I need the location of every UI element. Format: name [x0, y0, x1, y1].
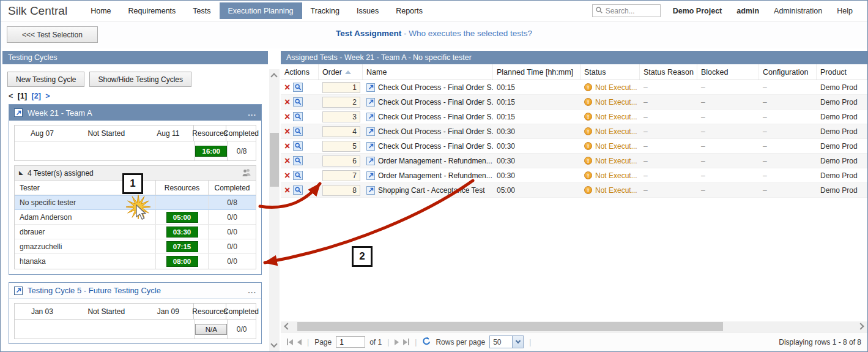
- next-page-icon[interactable]: [395, 339, 399, 345]
- magnifier-icon[interactable]: [293, 156, 303, 165]
- test-name[interactable]: Order Management - Refundmen...: [378, 157, 492, 165]
- tester-row[interactable]: gmazzuchelli 07:15 0/0: [15, 239, 256, 254]
- user-menu[interactable]: admin: [736, 7, 759, 15]
- open-test-icon[interactable]: [366, 186, 375, 195]
- col-status[interactable]: Status: [581, 64, 640, 80]
- open-test-icon[interactable]: [366, 127, 375, 136]
- open-test-icon[interactable]: [366, 98, 375, 107]
- test-name[interactable]: Shopping Cart - Acceptance Test: [378, 186, 485, 195]
- cycles-next-page[interactable]: >: [45, 92, 50, 100]
- cycle-menu-icon[interactable]: ...: [248, 286, 256, 295]
- delete-icon[interactable]: ×: [284, 112, 290, 122]
- last-page-icon[interactable]: [403, 339, 409, 345]
- nav-home[interactable]: Home: [82, 2, 119, 19]
- open-test-icon[interactable]: [366, 83, 375, 92]
- open-test-icon[interactable]: [366, 113, 375, 121]
- test-name[interactable]: Order Management - Refundmen...: [378, 171, 492, 180]
- cycle-card-header[interactable]: Week 21 - Team A ...: [9, 105, 261, 121]
- magnifier-icon[interactable]: [293, 185, 303, 195]
- tester-row[interactable]: htanaka 08:00 0/0: [15, 254, 256, 269]
- first-page-icon[interactable]: [287, 339, 293, 345]
- col-status-reason[interactable]: Status Reason: [640, 64, 697, 80]
- open-cycle-icon[interactable]: [14, 108, 23, 117]
- vertical-scroll-thumb[interactable]: [270, 133, 279, 187]
- test-name[interactable]: Check Out Process - Final Order S...: [378, 98, 493, 107]
- magnifier-icon[interactable]: [293, 127, 303, 136]
- col-name[interactable]: Name: [363, 64, 493, 80]
- nav-requirements[interactable]: Requirements: [120, 2, 185, 19]
- order-input[interactable]: [322, 126, 360, 137]
- nav-tests[interactable]: Tests: [184, 2, 219, 19]
- administration-link[interactable]: Administration: [774, 7, 822, 15]
- prev-page-icon[interactable]: [297, 339, 302, 345]
- order-input[interactable]: [322, 185, 360, 196]
- delete-icon[interactable]: ×: [284, 83, 290, 92]
- test-name[interactable]: Check Out Process - Final Order S...: [378, 142, 493, 151]
- order-input[interactable]: [322, 111, 360, 122]
- test-name[interactable]: Check Out Process - Final Order S...: [378, 127, 493, 136]
- order-input[interactable]: [322, 82, 360, 93]
- magnifier-icon[interactable]: [293, 97, 303, 107]
- cycles-page-2[interactable]: [2]: [32, 92, 41, 100]
- nav-reports[interactable]: Reports: [387, 2, 431, 19]
- rows-per-page-select[interactable]: 50: [489, 335, 524, 348]
- open-test-icon[interactable]: [366, 142, 375, 151]
- test-row[interactable]: × Order Management - Refundmen... 00:30 …: [281, 168, 867, 183]
- testers-group-icon[interactable]: [242, 168, 251, 178]
- scroll-down-icon[interactable]: [270, 340, 277, 347]
- order-input[interactable]: [322, 97, 360, 108]
- magnifier-icon[interactable]: [293, 83, 303, 92]
- vertical-scrollbar[interactable]: [269, 69, 280, 351]
- delete-icon[interactable]: ×: [284, 97, 290, 107]
- test-row[interactable]: × Shopping Cart - Acceptance Test 05:00 …: [281, 183, 867, 198]
- scroll-left-icon[interactable]: [284, 323, 291, 329]
- delete-icon[interactable]: ×: [284, 127, 290, 137]
- magnifier-icon[interactable]: [293, 171, 303, 180]
- tester-row-no-specific[interactable]: No specific tester 0/8: [15, 195, 256, 210]
- col-product[interactable]: Product: [817, 64, 867, 80]
- refresh-icon[interactable]: [422, 337, 431, 348]
- scroll-right-icon[interactable]: [857, 323, 864, 329]
- order-input[interactable]: [322, 155, 360, 167]
- dropdown-button[interactable]: [512, 336, 523, 348]
- test-row[interactable]: × Order Management - Refundmen... 00:30 …: [281, 154, 867, 168]
- col-blocked[interactable]: Blocked: [697, 64, 759, 80]
- test-row[interactable]: × Check Out Process - Final Order S... 0…: [281, 124, 867, 139]
- order-input[interactable]: [322, 170, 360, 181]
- nav-execution-planning[interactable]: Execution Planning: [220, 2, 302, 19]
- page-number-input[interactable]: [336, 336, 365, 348]
- open-test-icon[interactable]: [366, 171, 375, 180]
- nav-tracking[interactable]: Tracking: [302, 2, 348, 19]
- collapse-triangle-icon[interactable]: ◣: [19, 170, 23, 176]
- search-box[interactable]: [592, 4, 661, 17]
- magnifier-icon[interactable]: [293, 141, 303, 151]
- open-cycle-icon[interactable]: [14, 286, 23, 295]
- delete-icon[interactable]: ×: [284, 141, 290, 151]
- open-test-icon[interactable]: [366, 157, 375, 165]
- test-row[interactable]: × Check Out Process - Final Order S... 0…: [281, 139, 867, 154]
- test-row[interactable]: × Check Out Process - Final Order S... 0…: [281, 95, 867, 110]
- tester-row[interactable]: Adam Anderson 05:00 0/0: [15, 210, 256, 225]
- nav-issues[interactable]: Issues: [348, 2, 387, 19]
- delete-icon[interactable]: ×: [284, 171, 290, 181]
- help-link[interactable]: Help: [837, 7, 853, 15]
- cycles-prev-page[interactable]: <: [9, 92, 13, 100]
- horizontal-scrollbar[interactable]: [281, 321, 867, 332]
- test-name[interactable]: Check Out Process - Final Order S...: [378, 83, 493, 92]
- horizontal-scroll-thumb[interactable]: [297, 322, 723, 331]
- delete-icon[interactable]: ×: [284, 156, 290, 166]
- show-hide-testing-cycles-button[interactable]: Show/Hide Testing Cycles: [89, 72, 191, 87]
- col-configuration[interactable]: Configuration: [759, 64, 817, 80]
- cycles-page-1[interactable]: [1]: [18, 92, 27, 100]
- col-planned-time[interactable]: Planned Time [hh:mm]: [493, 64, 581, 80]
- test-row[interactable]: × Check Out Process - Final Order S... 0…: [281, 80, 867, 95]
- new-testing-cycle-button[interactable]: New Testing Cycle: [7, 72, 84, 87]
- col-order[interactable]: Order: [319, 64, 363, 80]
- tester-row[interactable]: dbrauer 03:30 0/0: [15, 225, 256, 239]
- delete-icon[interactable]: ×: [284, 185, 290, 195]
- order-input[interactable]: [322, 141, 360, 152]
- project-selector[interactable]: Demo Project: [673, 7, 722, 15]
- scroll-up-icon[interactable]: [270, 73, 277, 80]
- search-input[interactable]: [606, 7, 655, 15]
- col-actions[interactable]: Actions: [281, 64, 319, 80]
